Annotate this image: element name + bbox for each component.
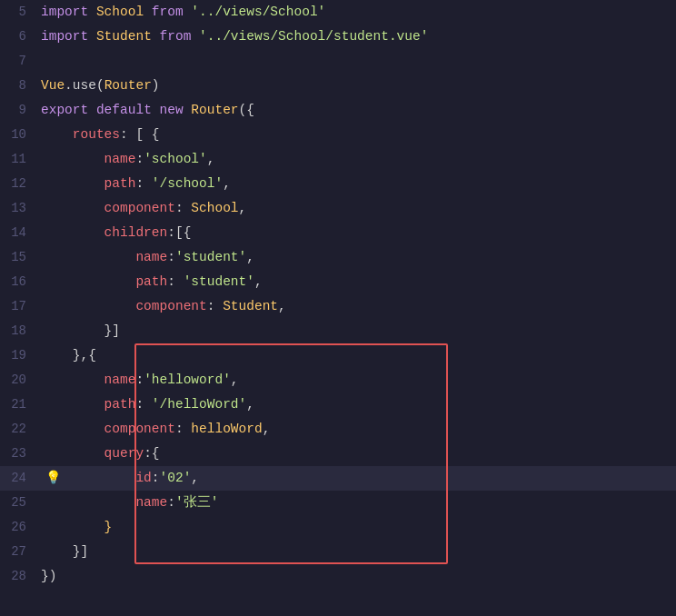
line-content: path: '/helloWord', (41, 392, 676, 417)
code-token: , (254, 274, 263, 289)
line-number: 11 (0, 147, 41, 172)
line-content: } (41, 515, 676, 540)
line-content: name:'张三' (41, 491, 676, 515)
code-line: 16 path: 'student', (0, 270, 676, 294)
code-token: import (41, 29, 96, 44)
code-token: , (191, 471, 199, 485)
code-line: 24💡 id:'02', (0, 466, 676, 491)
line-content: name:'school', (41, 147, 676, 172)
code-line: 14 children:[{ (0, 221, 676, 245)
code-token: default (96, 103, 160, 117)
line-number: 13 (0, 196, 41, 221)
line-number: 26 (0, 515, 41, 540)
code-token: : (135, 176, 151, 191)
code-token: helloWord (191, 422, 262, 436)
code-token: ) (152, 78, 160, 93)
line-number: 27 (0, 540, 41, 564)
code-line: 15 name:'student', (0, 245, 676, 270)
code-token: from (152, 29, 199, 44)
line-content: path: '/school', (41, 172, 676, 196)
line-number: 16 (0, 270, 41, 294)
bulb-icon[interactable]: 💡 (45, 466, 61, 491)
code-token: Student (96, 29, 152, 44)
line-content: }) (41, 564, 676, 589)
code-token: : (135, 152, 144, 166)
line-content: }] (41, 540, 676, 564)
code-line: 25 name:'张三' (0, 491, 676, 515)
code-token: name (41, 152, 135, 166)
code-token: name (41, 495, 167, 510)
code-token: , (239, 201, 247, 215)
line-content: name:'helloword', (41, 368, 676, 392)
code-token: '/helloWord' (152, 397, 246, 412)
code-token: Vue (41, 78, 65, 93)
code-token: School (96, 5, 144, 19)
code-token: , (207, 152, 215, 166)
code-token: '02' (160, 471, 192, 485)
code-token: name (41, 250, 167, 264)
code-line: 19 },{ (0, 343, 676, 368)
code-token: path (41, 176, 135, 191)
code-token: .use( (65, 78, 104, 93)
code-token: import (41, 5, 96, 19)
line-number: 8 (0, 74, 41, 98)
code-line: 8Vue.use(Router) (0, 74, 676, 98)
line-content: Vue.use(Router) (41, 74, 676, 98)
code-token: '../views/School/student.vue' (199, 29, 428, 44)
code-token: : (207, 299, 223, 313)
code-token: , (223, 176, 231, 191)
code-token: new (160, 103, 192, 117)
code-token: '/school' (152, 176, 223, 191)
code-token: , (246, 397, 254, 412)
code-line: 20 name:'helloword', (0, 368, 676, 392)
line-number: 14 (0, 221, 41, 245)
code-token: , (246, 250, 254, 264)
line-number: 12 (0, 172, 41, 196)
code-line: 28}) (0, 564, 676, 589)
code-editor: 5import School from '../views/School'6im… (0, 0, 676, 616)
code-token: component (41, 299, 207, 313)
line-content: component: Student, (41, 294, 676, 319)
line-content: query:{ (41, 442, 676, 466)
code-line: 27 }] (0, 540, 676, 564)
code-token: : (167, 495, 175, 510)
code-line: 26 } (0, 515, 676, 540)
code-line: 6import Student from '../views/School/st… (0, 25, 676, 49)
line-content: import Student from '../views/School/stu… (41, 25, 676, 49)
code-token: from (144, 5, 191, 19)
code-token: : (135, 397, 151, 412)
code-line: 5import School from '../views/School' (0, 0, 676, 25)
code-line: 13 component: School, (0, 196, 676, 221)
line-content: export default new Router({ (41, 98, 676, 123)
code-line: 12 path: '/school', (0, 172, 676, 196)
code-line: 17 component: Student, (0, 294, 676, 319)
code-token: : (167, 250, 175, 264)
code-token: 'student' (184, 274, 254, 289)
code-token: : (175, 201, 191, 215)
code-token: '../views/School' (191, 5, 325, 19)
line-content: },{ (41, 343, 676, 368)
code-token: query (41, 446, 144, 461)
code-token: 'student' (175, 250, 246, 264)
code-token: component (41, 422, 175, 436)
code-token: : (152, 471, 160, 485)
code-token: routes (41, 127, 120, 142)
line-content: name:'student', (41, 245, 676, 270)
code-line: 23 query:{ (0, 442, 676, 466)
code-line: 22 component: helloWord, (0, 417, 676, 442)
line-number: 6 (0, 25, 41, 49)
code-token: },{ (41, 348, 96, 363)
code-token: Router (191, 103, 238, 117)
line-number: 28 (0, 564, 41, 589)
line-number: 21 (0, 392, 41, 417)
code-token: : (175, 422, 191, 436)
code-token: }) (41, 569, 56, 583)
line-content: children:[{ (41, 221, 676, 245)
code-token: component (41, 201, 175, 215)
code-token: :{ (144, 446, 159, 461)
line-number: 22 (0, 417, 41, 442)
line-content: component: helloWord, (41, 417, 676, 442)
code-line: 9export default new Router({ (0, 98, 676, 123)
code-token: path (41, 274, 167, 289)
line-content: id:'02', (41, 466, 676, 491)
